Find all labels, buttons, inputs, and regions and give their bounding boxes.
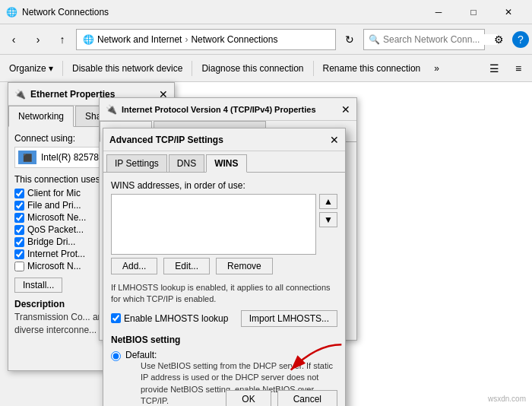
tab-networking[interactable]: Networking bbox=[8, 106, 74, 127]
remove-button[interactable]: Remove bbox=[216, 258, 273, 274]
toolbar-separator-1 bbox=[62, 61, 63, 76]
lmhosts-checkbox-text: Enable LMHOSTS lookup bbox=[124, 313, 228, 324]
toolbar-separator-3 bbox=[313, 61, 314, 76]
tab-wins[interactable]: WINS bbox=[206, 154, 246, 173]
advanced-tcpip-dialog: Advanced TCP/IP Settings ✕ IP Settings D… bbox=[103, 128, 346, 406]
main-area: 🔌 Ethernet Properties ✕ Networking Shari… bbox=[0, 82, 532, 406]
title-bar-controls: ─ □ ✕ bbox=[421, 0, 526, 24]
checkbox-microsoft[interactable] bbox=[14, 213, 24, 223]
item-label-microsoft: Microsoft Ne... bbox=[27, 212, 86, 223]
lmhosts-checkbox[interactable] bbox=[111, 313, 121, 323]
tab-dns[interactable]: DNS bbox=[169, 154, 204, 172]
minimize-button[interactable]: ─ bbox=[421, 0, 456, 24]
more-button[interactable]: » bbox=[428, 57, 445, 80]
window-title: Network Connections bbox=[22, 7, 109, 17]
netbios-title: NetBIOS setting bbox=[111, 335, 337, 345]
checkbox-microsoft-n[interactable] bbox=[14, 262, 24, 271]
item-label-microsoft-n: Microsoft N... bbox=[27, 261, 81, 271]
add-button[interactable]: Add... bbox=[111, 258, 157, 274]
help-button[interactable]: ? bbox=[512, 31, 529, 48]
tab-ip-settings[interactable]: IP Settings bbox=[106, 154, 167, 172]
ipv4-icon: 🔌 bbox=[106, 104, 117, 115]
lmhosts-section: If LMHOSTS lookup is enabled, it applies… bbox=[111, 282, 337, 327]
search-icon: 🔍 bbox=[369, 34, 380, 45]
import-lmhosts-button[interactable]: Import LMHOSTS... bbox=[241, 310, 337, 327]
edit-button[interactable]: Edit... bbox=[163, 258, 210, 274]
maximize-button[interactable]: □ bbox=[456, 0, 491, 24]
ok-button[interactable]: OK bbox=[226, 390, 271, 406]
settings-button[interactable]: ⚙ bbox=[488, 29, 509, 50]
disable-button[interactable]: Disable this network device bbox=[66, 57, 188, 80]
checkbox-internet-prot[interactable] bbox=[14, 249, 24, 259]
window-icon: 🌐 bbox=[6, 7, 17, 17]
search-input[interactable] bbox=[383, 34, 497, 45]
view-details-button[interactable]: ≡ bbox=[508, 58, 529, 79]
path-icon: 🌐 bbox=[83, 34, 94, 45]
advanced-title-text: Advanced TCP/IP Settings bbox=[109, 135, 223, 145]
diagnose-button[interactable]: Diagnose this connection bbox=[195, 57, 309, 80]
ipv4-title-text: Internet Protocol Version 4 (TCP/IPv4) P… bbox=[122, 105, 316, 114]
forward-button[interactable]: › bbox=[27, 29, 49, 50]
item-label-bridge: Bridge Dri... bbox=[27, 236, 75, 247]
item-label-qos: QoS Packet... bbox=[27, 224, 84, 235]
toolbar-right: ☰ ≡ bbox=[483, 58, 529, 79]
address-bar: ‹ › ↑ 🌐 Network and Internet › Network C… bbox=[0, 24, 532, 55]
close-button[interactable]: ✕ bbox=[491, 0, 526, 24]
radio-default-label: Default: bbox=[125, 350, 337, 360]
path-connections: Network Connections bbox=[191, 34, 277, 45]
cancel-button[interactable]: Cancel bbox=[277, 390, 337, 406]
ipv4-close-button[interactable]: ✕ bbox=[341, 103, 350, 116]
wins-side-buttons: ▲ ▼ bbox=[319, 194, 337, 258]
refresh-button[interactable]: ↻ bbox=[339, 29, 360, 50]
adapter-name: Intel(R) 82578... bbox=[41, 152, 106, 163]
view-toggle-button[interactable]: ☰ bbox=[483, 58, 505, 79]
rename-button[interactable]: Rename this connection bbox=[317, 57, 427, 80]
lmhosts-checkbox-label: Enable LMHOSTS lookup bbox=[111, 313, 228, 324]
wins-listbox-area: ▲ ▼ bbox=[111, 194, 337, 258]
up-button[interactable]: ↑ bbox=[52, 29, 73, 50]
advanced-close-button[interactable]: ✕ bbox=[330, 134, 339, 146]
search-box[interactable]: 🔍 bbox=[363, 29, 485, 50]
checkbox-client[interactable] bbox=[14, 189, 24, 198]
item-label-internet-prot: Internet Prot... bbox=[27, 249, 85, 259]
item-label-file: File and Pri... bbox=[27, 200, 81, 211]
back-button[interactable]: ‹ bbox=[3, 29, 24, 50]
path-network: Network and Internet bbox=[97, 34, 182, 45]
wins-label: WINS addresses, in order of use: bbox=[111, 180, 337, 191]
wins-up-button[interactable]: ▲ bbox=[319, 194, 337, 209]
ipv4-title-left: 🔌 Internet Protocol Version 4 (TCP/IPv4)… bbox=[106, 104, 316, 115]
title-bar: 🌐 Network Connections ─ □ ✕ bbox=[0, 0, 532, 24]
checkbox-file[interactable] bbox=[14, 201, 24, 211]
ipv4-dialog-title: 🔌 Internet Protocol Version 4 (TCP/IPv4)… bbox=[100, 98, 356, 121]
title-bar-left: 🌐 Network Connections bbox=[6, 7, 109, 17]
checkbox-bridge[interactable] bbox=[14, 237, 24, 247]
toolbar: Organize ▾ Disable this network device D… bbox=[0, 55, 532, 82]
address-path[interactable]: 🌐 Network and Internet › Network Connect… bbox=[76, 29, 336, 50]
toolbar-separator-2 bbox=[192, 61, 192, 76]
wins-buttons: Add... Edit... Remove bbox=[111, 258, 337, 274]
watermark: wsxdn.com bbox=[488, 395, 526, 403]
lmhosts-text: If LMHOSTS lookup is enabled, it applies… bbox=[111, 282, 337, 306]
organize-button[interactable]: Organize ▾ bbox=[3, 57, 59, 80]
advanced-dialog-title: Advanced TCP/IP Settings ✕ bbox=[103, 128, 345, 151]
radio-default[interactable] bbox=[111, 351, 121, 361]
install-button[interactable]: Install... bbox=[14, 278, 62, 293]
advanced-tabs: IP Settings DNS WINS bbox=[103, 151, 345, 173]
lmhosts-row: Enable LMHOSTS lookup Import LMHOSTS... bbox=[111, 310, 337, 327]
advanced-content: WINS addresses, in order of use: ▲ ▼ Add… bbox=[103, 173, 345, 406]
advanced-footer: OK Cancel bbox=[226, 390, 337, 406]
path-separator-1: › bbox=[185, 34, 188, 45]
wins-listbox[interactable] bbox=[111, 194, 316, 255]
wins-down-button[interactable]: ▼ bbox=[319, 212, 337, 227]
ethernet-icon: 🔌 bbox=[14, 89, 26, 100]
adapter-icon: ⬛ bbox=[18, 151, 36, 164]
checkbox-qos[interactable] bbox=[14, 225, 24, 235]
item-label-client: Client for Mic bbox=[27, 188, 81, 198]
